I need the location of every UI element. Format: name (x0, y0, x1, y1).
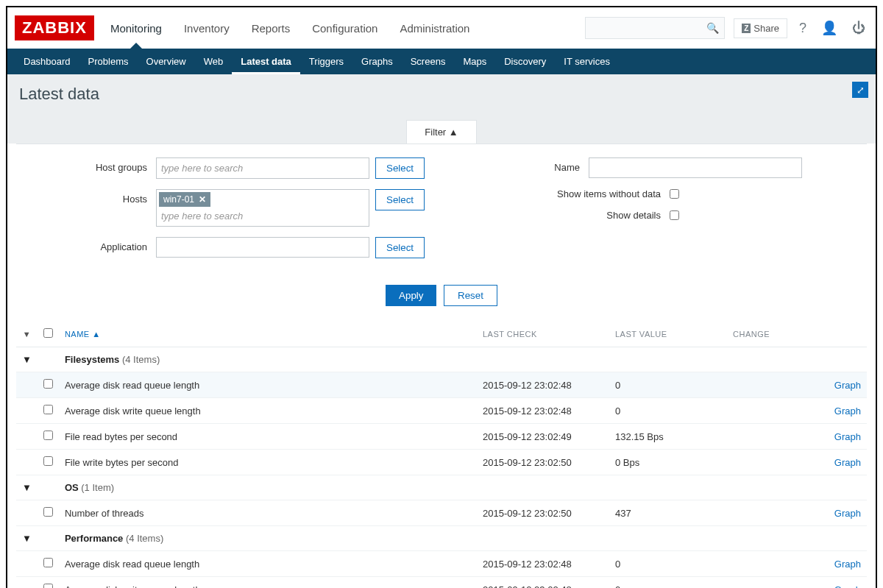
apply-button[interactable]: Apply (386, 285, 436, 306)
show-items-without-data-label: Show items without data (456, 188, 670, 199)
item-change (727, 551, 823, 577)
subnav-latest-data[interactable]: Latest data (232, 49, 300, 74)
logo[interactable]: ZABBIX (15, 15, 94, 40)
column-name[interactable]: Name ▲ (59, 321, 477, 347)
table-row: Average disk read queue length2015-09-12… (16, 372, 867, 398)
subnav-discovery[interactable]: Discovery (495, 49, 555, 74)
item-name: Average disk read queue length (59, 372, 477, 398)
subnav-overview[interactable]: Overview (138, 49, 195, 74)
group-toggle-icon[interactable]: ▼ (16, 526, 38, 551)
item-name: Average disk read queue length (59, 551, 477, 577)
topnav-inventory[interactable]: Inventory (182, 9, 231, 48)
item-last-check: 2015-09-12 23:02:48 (477, 398, 609, 424)
subnav-problems[interactable]: Problems (79, 49, 138, 74)
graph-link[interactable]: Graph (834, 457, 861, 468)
group-toggle-icon[interactable]: ▼ (16, 347, 38, 372)
item-last-value: 0 Bps (609, 450, 727, 475)
graph-link[interactable]: Graph (834, 508, 861, 519)
remove-tag-icon[interactable]: ✕ (199, 194, 206, 205)
topnav-monitoring[interactable]: Monitoring (109, 9, 163, 48)
host-tag[interactable]: win7-01✕ (159, 192, 210, 207)
user-icon[interactable]: 👤 (818, 17, 840, 39)
item-last-value: 437 (609, 500, 727, 526)
item-change (727, 500, 823, 526)
global-search-input[interactable] (585, 17, 725, 39)
group-header: Performance (4 Items) (59, 526, 867, 551)
name-filter-label: Name (456, 157, 589, 173)
item-name: File read bytes per second (59, 424, 477, 450)
page-title: Latest data (19, 85, 864, 104)
row-checkbox[interactable] (43, 584, 53, 588)
subnav-it-services[interactable]: IT services (555, 49, 619, 74)
item-name: Number of threads (59, 500, 477, 526)
show-details-checkbox[interactable] (670, 210, 679, 220)
top-nav: MonitoringInventoryReportsConfigurationA… (109, 9, 585, 48)
hosts-input[interactable]: win7-01✕ (156, 189, 369, 227)
sub-nav: DashboardProblemsOverviewWebLatest dataT… (7, 49, 876, 74)
item-name: Average disk write queue length (59, 577, 477, 589)
subnav-dashboard[interactable]: Dashboard (15, 49, 79, 74)
table-row: Average disk write queue length2015-09-1… (16, 398, 867, 424)
item-name: File write bytes per second (59, 450, 477, 475)
item-last-value: 0 (609, 551, 727, 577)
application-input[interactable] (156, 237, 369, 258)
column-last-check[interactable]: Last check (477, 321, 609, 347)
item-change (727, 577, 823, 589)
topnav-administration[interactable]: Administration (398, 9, 471, 48)
subnav-triggers[interactable]: Triggers (300, 49, 352, 74)
item-change (727, 398, 823, 424)
help-icon[interactable]: ? (796, 18, 809, 39)
topnav-reports[interactable]: Reports (250, 9, 292, 48)
row-checkbox[interactable] (43, 558, 53, 567)
power-icon[interactable]: ⏻ (849, 18, 868, 39)
graph-link[interactable]: Graph (834, 559, 861, 570)
row-checkbox[interactable] (43, 405, 53, 414)
name-filter-input[interactable] (589, 157, 802, 178)
column-change[interactable]: Change (727, 321, 823, 347)
row-checkbox[interactable] (43, 431, 53, 440)
table-row: Number of threads2015-09-12 23:02:50437G… (16, 500, 867, 526)
graph-link[interactable]: Graph (834, 380, 861, 391)
group-toggle-icon[interactable]: ▼ (16, 475, 38, 500)
column-last-value[interactable]: Last value (609, 321, 727, 347)
host-groups-select-button[interactable]: Select (375, 157, 425, 179)
item-last-check: 2015-09-12 23:02:50 (477, 450, 609, 475)
item-last-value: 0 (609, 577, 727, 589)
host-groups-input[interactable] (156, 157, 369, 179)
topnav-configuration[interactable]: Configuration (311, 9, 379, 48)
item-last-check: 2015-09-12 23:02:49 (477, 424, 609, 450)
application-select-button[interactable]: Select (375, 237, 425, 258)
table-row: File read bytes per second2015-09-12 23:… (16, 424, 867, 450)
table-row: File write bytes per second2015-09-12 23… (16, 450, 867, 475)
graph-link[interactable]: Graph (834, 405, 861, 417)
filter-toggle[interactable]: Filter ▲ (406, 120, 476, 144)
table-row: Average disk read queue length2015-09-12… (16, 551, 867, 577)
share-button[interactable]: ZShare (734, 18, 787, 38)
item-last-check: 2015-09-12 23:02:48 (477, 551, 609, 577)
hosts-select-button[interactable]: Select (375, 189, 425, 210)
subnav-web[interactable]: Web (195, 49, 233, 74)
item-last-check: 2015-09-12 23:02:50 (477, 500, 609, 526)
item-change (727, 372, 823, 398)
subnav-graphs[interactable]: Graphs (352, 49, 402, 74)
show-items-without-data-checkbox[interactable] (670, 189, 679, 199)
row-checkbox[interactable] (43, 379, 53, 389)
select-all-checkbox[interactable] (43, 328, 53, 338)
reset-button[interactable]: Reset (444, 285, 497, 306)
subnav-maps[interactable]: Maps (454, 49, 495, 74)
row-checkbox[interactable] (43, 507, 53, 517)
graph-link[interactable]: Graph (834, 584, 861, 589)
item-last-value: 132.15 Bps (609, 424, 727, 450)
expand-all-icon[interactable]: ▼ (16, 321, 38, 347)
row-checkbox[interactable] (43, 456, 53, 466)
item-name: Average disk write queue length (59, 398, 477, 424)
item-last-value: 0 (609, 398, 727, 424)
search-icon[interactable]: 🔍 (706, 22, 719, 34)
table-row: Average disk write queue length2015-09-1… (16, 577, 867, 589)
item-change (727, 424, 823, 450)
fullscreen-icon[interactable]: ⤢ (852, 82, 868, 98)
graph-link[interactable]: Graph (834, 431, 861, 442)
subnav-screens[interactable]: Screens (402, 49, 455, 74)
host-groups-label: Host groups (60, 157, 156, 173)
item-last-value: 0 (609, 372, 727, 398)
